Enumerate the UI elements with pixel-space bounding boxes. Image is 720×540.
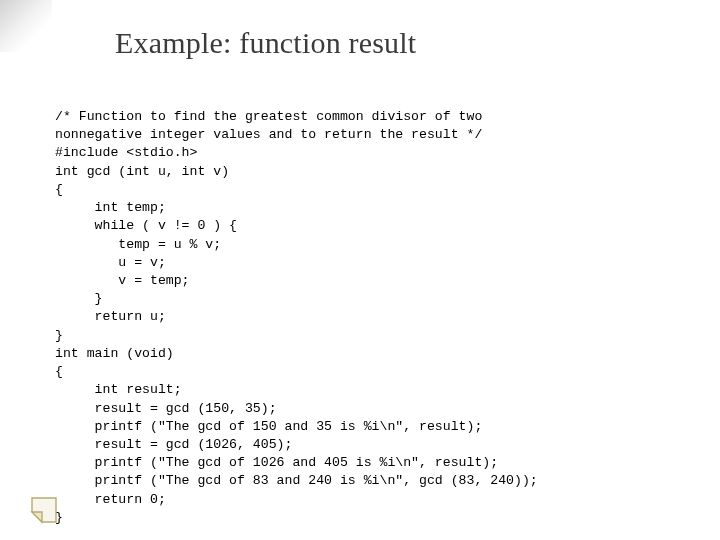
code-block: /* Function to find the greatest common …	[55, 108, 670, 527]
code-line: {	[55, 182, 63, 197]
code-line: int result;	[55, 382, 182, 397]
slide: Example: function result /* Function to …	[0, 0, 720, 540]
code-line: result = gcd (150, 35);	[55, 401, 277, 416]
code-line: nonnegative integer values and to return…	[55, 127, 482, 142]
code-line: }	[55, 328, 63, 343]
code-line: /* Function to find the greatest common …	[55, 109, 482, 124]
code-line: printf ("The gcd of 150 and 35 is %i\n",…	[55, 419, 482, 434]
corner-shadow-icon	[0, 0, 52, 52]
code-line: return u;	[55, 309, 166, 324]
code-line: int gcd (int u, int v)	[55, 164, 229, 179]
code-line: int main (void)	[55, 346, 174, 361]
code-line: result = gcd (1026, 405);	[55, 437, 292, 452]
code-line: return 0;	[55, 492, 166, 507]
page-fold-icon	[30, 496, 58, 524]
code-line: v = temp;	[55, 273, 190, 288]
code-line: printf ("The gcd of 1026 and 405 is %i\n…	[55, 455, 498, 470]
code-line: #include <stdio.h>	[55, 145, 197, 160]
code-line: while ( v != 0 ) {	[55, 218, 237, 233]
code-line: }	[55, 291, 102, 306]
code-line: printf ("The gcd of 83 and 240 is %i\n",…	[55, 473, 538, 488]
code-line: {	[55, 364, 63, 379]
code-line: u = v;	[55, 255, 166, 270]
code-line: temp = u % v;	[55, 237, 221, 252]
code-line: int temp;	[55, 200, 166, 215]
slide-title: Example: function result	[115, 26, 670, 60]
